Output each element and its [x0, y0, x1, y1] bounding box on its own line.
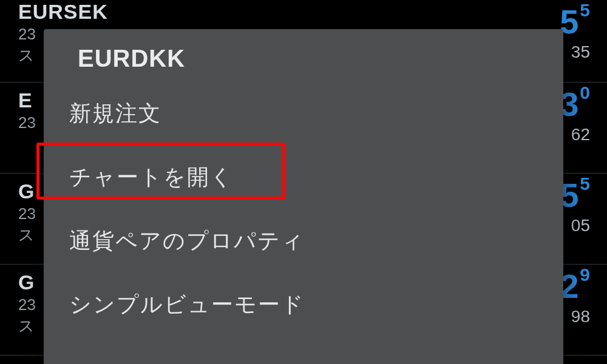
symbol-price-small: 62	[560, 125, 590, 144]
symbol-price-block: 55 05	[560, 178, 590, 235]
symbol-price-small: 05	[560, 216, 590, 235]
symbol-price-small: 35	[560, 42, 590, 62]
symbol-ticker: EURSEK	[18, 0, 589, 24]
menu-item-simple-view-mode[interactable]: シンプルビューモード	[44, 273, 563, 337]
symbol-price-big: 29	[560, 269, 590, 303]
menu-item-new-order[interactable]: 新規注文	[44, 90, 563, 146]
symbol-price-sup: 0	[580, 83, 590, 103]
menu-item-pair-properties[interactable]: 通貨ペアのプロパティ	[44, 209, 563, 273]
symbol-price-big: 30	[560, 87, 590, 121]
symbol-price-big: 55	[560, 178, 590, 212]
symbol-price-block: 30 62	[560, 87, 590, 144]
symbol-price-sup: 9	[580, 265, 590, 285]
symbol-price-sup: 5	[580, 174, 590, 194]
symbol-price-block: 55 35	[560, 5, 590, 62]
symbol-price-small: 98	[560, 307, 590, 326]
symbol-price-big: 55	[560, 5, 590, 39]
menu-item-open-chart[interactable]: チャートを開く	[44, 146, 563, 209]
symbol-price-block: 29 98	[560, 269, 590, 326]
symbol-context-menu: EURDKK 新規注文 チャートを開く 通貨ペアのプロパティ シンプルビューモー…	[44, 29, 563, 364]
context-menu-title: EURDKK	[44, 45, 563, 90]
symbol-price-sup: 5	[580, 0, 590, 20]
